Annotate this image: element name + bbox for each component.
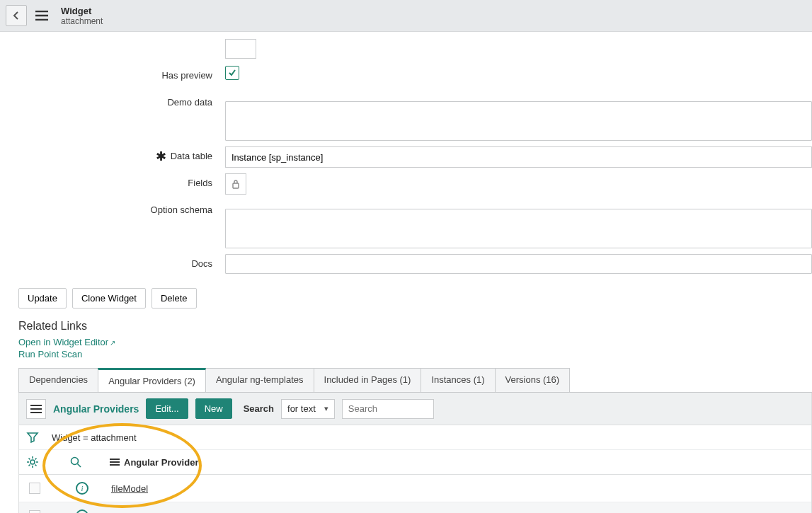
svg-line-3 xyxy=(78,464,81,468)
open-widget-editor-text: Open in Widget Editor xyxy=(18,337,108,347)
demo-data-textarea[interactable] xyxy=(225,101,812,141)
required-icon: ✱ xyxy=(156,152,166,161)
column-angular-provider[interactable]: Angular Provider xyxy=(110,457,198,468)
label-data-table: ✱ Data table xyxy=(13,146,225,161)
clone-widget-button[interactable]: Clone Widget xyxy=(72,288,146,309)
related-links: Related Links Open in Widget Editor↗ Run… xyxy=(0,316,812,368)
label-docs: Docs xyxy=(13,254,225,269)
label-data-table-text: Data table xyxy=(171,151,212,161)
form-buttons: Update Clone Widget Delete xyxy=(0,281,812,316)
form-header: Widget attachment xyxy=(0,0,812,32)
edit-button[interactable]: Edit... xyxy=(146,398,188,419)
search-label: Search xyxy=(244,403,274,414)
table-row: i fileReader xyxy=(19,502,811,513)
filter-icon[interactable] xyxy=(26,431,39,444)
data-table-input[interactable] xyxy=(225,146,812,168)
svg-rect-0 xyxy=(233,183,239,188)
has-preview-checkbox[interactable] xyxy=(225,66,239,80)
menu-icon[interactable] xyxy=(31,5,52,26)
related-links-heading: Related Links xyxy=(18,320,812,333)
external-link-icon: ↗ xyxy=(110,339,115,347)
list-breadcrumb-row: Widget = attachment xyxy=(19,425,811,450)
search-mode-select[interactable]: for text xyxy=(281,399,335,419)
header-title: Widget xyxy=(61,6,103,16)
header-title-block: Widget attachment xyxy=(61,6,103,26)
hamburger-icon xyxy=(110,459,120,466)
delete-button[interactable]: Delete xyxy=(151,288,197,309)
label-option-schema: Option schema xyxy=(13,200,225,215)
back-button[interactable] xyxy=(6,5,27,26)
search-input[interactable] xyxy=(342,399,434,419)
update-button[interactable]: Update xyxy=(18,288,67,309)
open-widget-editor-link[interactable]: Open in Widget Editor↗ xyxy=(18,337,812,347)
row-checkbox[interactable] xyxy=(29,510,40,513)
list-header: Angular Providers Edit... New Search for… xyxy=(19,393,811,425)
column-label: Angular Provider xyxy=(124,457,198,468)
tab-versions[interactable]: Versions (16) xyxy=(495,368,571,392)
list-column-header: Angular Provider xyxy=(19,450,811,475)
row-checkbox[interactable] xyxy=(29,483,40,494)
related-list-tabs: Dependencies Angular Providers (2) Angul… xyxy=(18,368,812,393)
related-list: Angular Providers Edit... New Search for… xyxy=(18,393,812,513)
list-title: Angular Providers xyxy=(53,403,139,415)
row-link-filemodel[interactable]: fileModel xyxy=(111,483,148,494)
new-button[interactable]: New xyxy=(195,398,232,419)
svg-point-2 xyxy=(72,458,79,465)
info-icon[interactable]: i xyxy=(76,509,88,513)
header-subtitle: attachment xyxy=(61,16,103,26)
label-has-preview: Has preview xyxy=(13,66,225,81)
gear-icon[interactable] xyxy=(26,456,39,468)
info-icon[interactable]: i xyxy=(76,482,88,495)
label-fields: Fields xyxy=(13,173,225,188)
run-point-scan-link[interactable]: Run Point Scan xyxy=(18,349,812,359)
tab-angular-ng-templates[interactable]: Angular ng-templates xyxy=(205,368,314,392)
tab-instances[interactable]: Instances (1) xyxy=(421,368,495,392)
tab-angular-providers[interactable]: Angular Providers (2) xyxy=(98,368,206,392)
tab-dependencies[interactable]: Dependencies xyxy=(18,368,98,392)
docs-textarea[interactable] xyxy=(225,254,812,274)
search-mode-value: for text xyxy=(287,403,316,414)
row-link-filereader[interactable]: fileReader xyxy=(111,511,153,514)
search-icon[interactable] xyxy=(70,456,81,468)
form-body: Has preview Demo data ✱ Data table F xyxy=(0,32,812,275)
small-field[interactable] xyxy=(225,39,256,59)
table-row: i fileModel xyxy=(19,475,811,502)
list-menu-icon[interactable] xyxy=(26,399,46,419)
tab-included-in-pages[interactable]: Included in Pages (1) xyxy=(314,368,422,392)
breadcrumb-text[interactable]: Widget = attachment xyxy=(52,432,137,443)
label-demo-data: Demo data xyxy=(13,93,225,108)
option-schema-textarea[interactable] xyxy=(225,209,812,248)
svg-point-1 xyxy=(30,460,35,464)
label-blank xyxy=(13,39,225,43)
fields-lock-button[interactable] xyxy=(225,173,246,195)
